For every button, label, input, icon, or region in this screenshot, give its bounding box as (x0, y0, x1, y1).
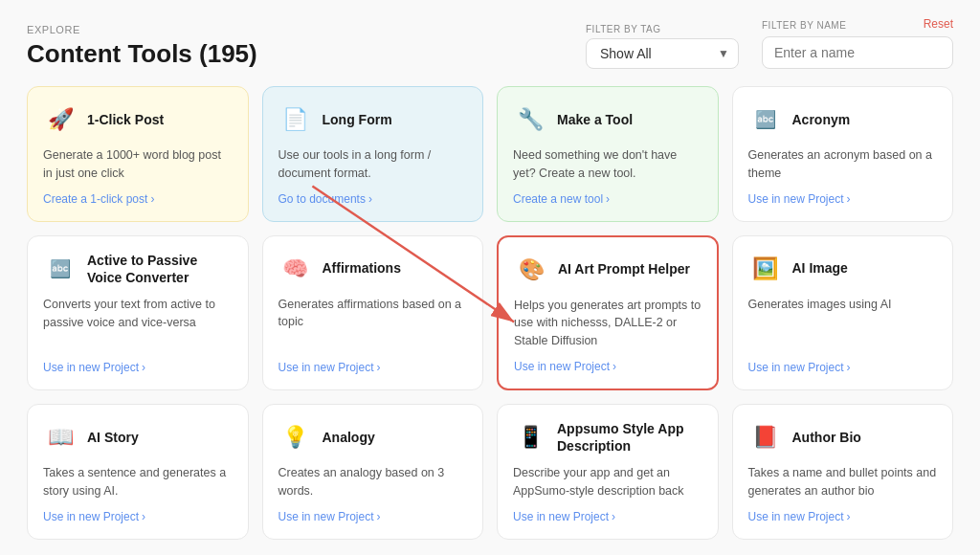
filter-tag-select-wrap: Show All Marketing SEO Social Blog Email… (586, 38, 739, 69)
tool-card-active-passive: 🔤 Active to Passive Voice Converter Conv… (27, 235, 249, 390)
card-title: AI Art Prompt Helper (558, 260, 690, 278)
tool-card-affirmations: 🧠 Affirmations Generates affirmations ba… (262, 235, 484, 390)
card-desc: Converts your text from active to passiv… (43, 296, 233, 351)
card-link-ai-story[interactable]: Use in new Project › (43, 510, 233, 523)
tool-card-long-form: 📄 Long Form Use our tools in a long form… (262, 86, 484, 222)
card-link-active-passive[interactable]: Use in new Project › (43, 361, 233, 374)
card-desc: Helps you generates art prompts to use w… (514, 297, 702, 350)
card-title: AI Image (792, 259, 848, 277)
card-link-ai-image[interactable]: Use in new Project › (748, 361, 938, 374)
card-title: 1-Click Post (87, 111, 164, 128)
card-icon: 🔤 (748, 102, 783, 137)
tool-card-acronym: 🔤 Acronym Generates an acronym based on … (732, 86, 954, 222)
card-icon: 📖 (43, 420, 78, 455)
filter-name-header: FILTER BY NAME Reset (762, 17, 953, 33)
card-link-one-click-post[interactable]: Create a 1-click post › (43, 192, 233, 206)
card-header: 📕 Author Bio (748, 420, 938, 455)
card-link-make-a-tool[interactable]: Create a new tool › (513, 192, 702, 206)
tool-card-appsumo: 📱 Appsumo Style App Description Describe… (497, 404, 719, 540)
card-icon: 🎨 (514, 253, 548, 287)
card-icon: 💡 (278, 420, 313, 455)
explore-label: EXPLORE (27, 24, 257, 35)
card-desc: Takes a sentence and generates a story u… (43, 464, 233, 500)
tools-grid: 🚀 1-Click Post Generate a 1000+ word blo… (27, 86, 953, 540)
card-link-affirmations[interactable]: Use in new Project › (278, 361, 468, 374)
top-bar: EXPLORE Content Tools (195) FILTER BY TA… (27, 17, 953, 69)
card-desc: Generates affirmations based on a topic (278, 296, 468, 351)
card-link-analogy[interactable]: Use in new Project › (278, 510, 468, 523)
card-icon: 🖼️ (748, 252, 783, 286)
card-header: 📄 Long Form (278, 102, 468, 137)
card-title: Acronym (792, 111, 851, 128)
tool-card-ai-image: 🖼️ AI Image Generates images using AI Us… (732, 235, 954, 390)
card-title: Analogy (323, 429, 375, 446)
card-header: 📱 Appsumo Style App Description (513, 420, 702, 455)
search-wrap: 🔍 (762, 36, 953, 69)
card-title: Long Form (323, 111, 392, 128)
filter-by-name-label: FILTER BY NAME (762, 20, 846, 31)
card-link-ai-art-prompt[interactable]: Use in new Project › (514, 360, 702, 373)
card-title: Affirmations (323, 259, 401, 277)
card-desc: Need something we don't have yet? Create… (513, 146, 702, 183)
title-section: EXPLORE Content Tools (195) (27, 24, 257, 69)
card-title: Make a Tool (557, 111, 633, 128)
card-header: 🎨 AI Art Prompt Helper (514, 253, 702, 287)
card-desc: Generates images using AI (748, 296, 938, 351)
card-header: 📖 AI Story (43, 420, 233, 455)
card-header: 🔧 Make a Tool (513, 102, 702, 137)
reset-link[interactable]: Reset (924, 17, 953, 31)
card-header: 🧠 Affirmations (278, 252, 468, 286)
card-title: Appsumo Style App Description (557, 420, 702, 455)
card-link-appsumo[interactable]: Use in new Project › (513, 510, 702, 523)
card-desc: Use our tools in a long form / document … (278, 146, 468, 183)
card-header: 🔤 Acronym (748, 102, 938, 137)
page-container: EXPLORE Content Tools (195) FILTER BY TA… (0, 0, 980, 549)
card-title: AI Story (87, 429, 139, 446)
tool-card-ai-art-prompt: 🎨 AI Art Prompt Helper Helps you generat… (497, 235, 719, 390)
card-icon: 📄 (278, 102, 313, 137)
card-icon: 📱 (513, 420, 547, 455)
card-header: 💡 Analogy (278, 420, 468, 455)
card-icon: 🔧 (513, 102, 547, 137)
search-input[interactable] (763, 38, 953, 67)
tool-card-one-click-post: 🚀 1-Click Post Generate a 1000+ word blo… (27, 86, 249, 222)
card-desc: Describe your app and get an AppSumo-sty… (513, 464, 702, 500)
tool-card-analogy: 💡 Analogy Creates an analogy based on 3 … (262, 404, 484, 540)
card-link-acronym[interactable]: Use in new Project › (748, 192, 938, 206)
card-icon: 🔤 (43, 252, 78, 286)
card-desc: Generate a 1000+ word blog post in just … (43, 146, 233, 183)
card-link-author-bio[interactable]: Use in new Project › (748, 510, 938, 523)
filter-by-name-group: FILTER BY NAME Reset 🔍 (762, 17, 953, 69)
filter-by-tag-label: FILTER BY TAG (586, 24, 739, 34)
card-header: 🖼️ AI Image (748, 252, 938, 286)
card-desc: Creates an analogy based on 3 words. (278, 464, 468, 500)
card-icon: 📕 (748, 420, 783, 455)
card-desc: Generates an acronym based on a theme (748, 146, 938, 183)
card-icon: 🚀 (43, 102, 78, 137)
filter-section: FILTER BY TAG Show All Marketing SEO Soc… (586, 17, 953, 69)
card-desc: Takes a name and bullet points and gener… (748, 464, 938, 500)
card-link-long-form[interactable]: Go to documents › (278, 192, 468, 206)
tool-card-make-a-tool: 🔧 Make a Tool Need something we don't ha… (497, 86, 719, 222)
card-header: 🔤 Active to Passive Voice Converter (43, 252, 233, 286)
card-title: Author Bio (792, 429, 861, 446)
tool-card-ai-story: 📖 AI Story Takes a sentence and generate… (27, 404, 249, 540)
card-title: Active to Passive Voice Converter (87, 252, 233, 286)
filter-by-tag-group: FILTER BY TAG Show All Marketing SEO Soc… (586, 24, 739, 69)
filter-tag-select[interactable]: Show All Marketing SEO Social Blog Email (586, 38, 739, 69)
tool-card-author-bio: 📕 Author Bio Takes a name and bullet poi… (732, 404, 954, 540)
card-icon: 🧠 (278, 252, 313, 286)
card-header: 🚀 1-Click Post (43, 102, 233, 137)
page-title: Content Tools (195) (27, 39, 257, 69)
